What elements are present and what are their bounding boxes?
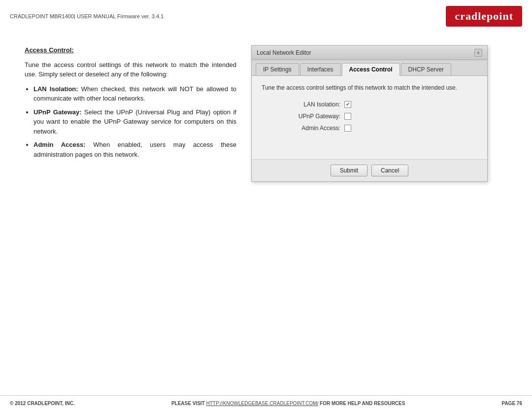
logo-regular: cradle: [455, 10, 487, 22]
main-content: Access Control: Tune the access control …: [0, 31, 532, 192]
page-footer: © 2012 CRADLEPOINT, INC. PLEASE VISIT HT…: [0, 395, 532, 411]
footer-visit-suffix: FOR MORE HELP AND RESOURCES: [318, 401, 405, 406]
upnp-gateway-label: UPnP Gateway:: [281, 113, 340, 120]
tab-dhcp-server[interactable]: DHCP Server: [401, 63, 451, 75]
footer-company: CRADLEPOINT, INC.: [27, 401, 75, 406]
cancel-button[interactable]: Cancel: [371, 165, 408, 176]
footer-page-number: 76: [517, 401, 522, 406]
bullet-term-1: LAN Isolation:: [33, 85, 78, 93]
lan-isolation-label: LAN Isolation:: [281, 101, 340, 108]
manual-title: CRADLEPOINT MBR1400| USER MANUAL Firmwar…: [10, 13, 164, 19]
footer-right: PAGE 76: [501, 401, 522, 406]
dialog-footer: Submit Cancel: [252, 159, 487, 181]
bullet-term-2: UPnP Gateway:: [33, 108, 82, 116]
section-heading: Access Control:: [25, 45, 236, 55]
footer-page-label: PAGE: [501, 401, 516, 406]
list-item: UPnP Gateway: Select the UPnP (Universal…: [33, 107, 236, 137]
bullet-list: LAN Isolation: When checked, this networ…: [33, 84, 236, 160]
footer-center: PLEASE VISIT HTTP://KNOWLEDGEBASE.CRADLE…: [171, 401, 405, 406]
list-item: LAN Isolation: When checked, this networ…: [33, 84, 236, 103]
dialog-tabs: IP Settings Interfaces Access Control DH…: [252, 60, 487, 76]
dialog-close-button[interactable]: ×: [474, 49, 482, 57]
left-section: Access Control: Tune the access control …: [25, 45, 236, 182]
logo-text: cradlepoint: [455, 10, 513, 22]
lan-isolation-checkbox[interactable]: [344, 101, 351, 108]
list-item: Admin Access: When enabled, users may ac…: [33, 140, 236, 159]
logo: cradlepoint: [446, 6, 522, 27]
tab-interfaces[interactable]: Interfaces: [300, 63, 341, 75]
footer-visit-prefix: PLEASE VISIT: [171, 401, 206, 406]
dialog-body: Tune the access control settings of this…: [252, 76, 487, 159]
footer-link[interactable]: HTTP://KNOWLEDGEBASE.CRADLEPOINT.COM/: [206, 401, 318, 406]
submit-button[interactable]: Submit: [331, 165, 367, 176]
dialog-description: Tune the access control settings of this…: [262, 84, 477, 92]
intro-text: Tune the access control settings of this…: [25, 60, 236, 79]
dialog-titlebar: Local Network Editor ×: [252, 46, 487, 60]
upnp-gateway-row: UPnP Gateway:: [262, 113, 477, 120]
tab-ip-settings[interactable]: IP Settings: [256, 63, 299, 75]
right-section: Local Network Editor × IP Settings Inter…: [251, 45, 512, 182]
upnp-gateway-checkbox[interactable]: [344, 113, 351, 120]
footer-left: © 2012 CRADLEPOINT, INC.: [10, 401, 75, 406]
dialog: Local Network Editor × IP Settings Inter…: [251, 45, 488, 182]
logo-bold: point: [487, 10, 513, 22]
admin-access-row: Admin Access:: [262, 125, 477, 132]
bullet-term-3: Admin Access:: [33, 141, 86, 148]
header: CRADLEPOINT MBR1400| USER MANUAL Firmwar…: [0, 0, 532, 31]
footer-copyright-prefix: © 2012: [10, 401, 27, 406]
tab-access-control[interactable]: Access Control: [342, 63, 400, 76]
dialog-title: Local Network Editor: [257, 49, 311, 56]
admin-access-checkbox[interactable]: [344, 125, 351, 132]
admin-access-label: Admin Access:: [281, 125, 340, 132]
lan-isolation-row: LAN Isolation:: [262, 101, 477, 108]
